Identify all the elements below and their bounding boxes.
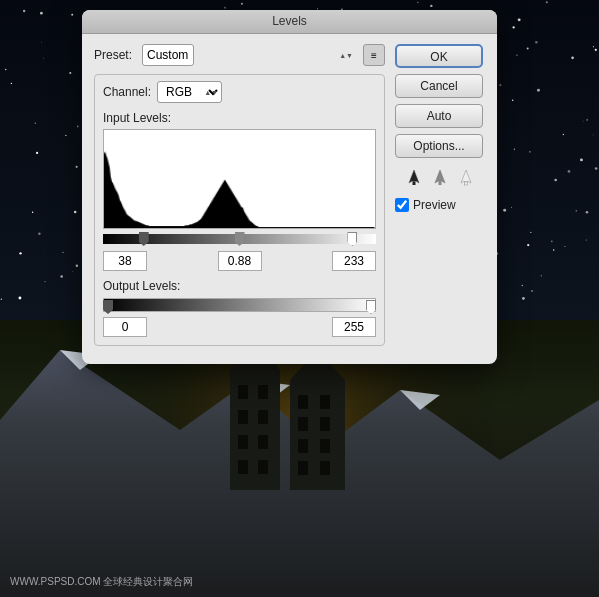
output-white-value[interactable] [332, 317, 376, 337]
output-values-row [103, 317, 376, 337]
channel-row: Channel: RGB Red Green Blue [103, 81, 376, 103]
dialog-title: Levels [272, 14, 307, 28]
auto-button[interactable]: Auto [395, 104, 483, 128]
input-levels-label: Input Levels: [103, 111, 376, 125]
watermark: WWW.PSPSD.COM 全球经典设计聚合网 [10, 575, 193, 589]
channel-select[interactable]: RGB Red Green Blue [157, 81, 222, 103]
input-black-value[interactable] [103, 251, 147, 271]
input-slider-track [103, 231, 376, 247]
preset-row: Preset: Custom ≡ [94, 44, 385, 66]
options-button[interactable]: Options... [395, 134, 483, 158]
histogram [103, 129, 376, 229]
eyedroppers-row [395, 166, 485, 188]
svg-rect-1 [439, 182, 442, 185]
eyedropper-black[interactable] [403, 166, 425, 188]
preset-select[interactable]: Custom [142, 44, 194, 66]
output-slider-container [103, 297, 376, 313]
dialog-left-panel: Preset: Custom ≡ Channel: RGB Red Gre [94, 44, 385, 352]
input-values-row [103, 251, 376, 271]
preview-row: Preview [395, 198, 485, 212]
preset-menu-button[interactable]: ≡ [363, 44, 385, 66]
channel-select-wrapper: RGB Red Green Blue [157, 81, 222, 103]
preset-menu-icon: ≡ [371, 50, 377, 61]
levels-dialog: Levels Preset: Custom ≡ Channel: [82, 10, 497, 364]
svg-rect-2 [465, 182, 468, 185]
output-gradient-track [103, 298, 376, 312]
dialog-titlebar: Levels [82, 10, 497, 34]
eyedropper-white[interactable] [455, 166, 477, 188]
channel-label: Channel: [103, 85, 151, 99]
output-black-value[interactable] [103, 317, 147, 337]
preset-label: Preset: [94, 48, 136, 62]
preview-checkbox[interactable] [395, 198, 409, 212]
output-levels-label: Output Levels: [103, 279, 376, 293]
input-white-value[interactable] [332, 251, 376, 271]
ok-button[interactable]: OK [395, 44, 483, 68]
preset-select-wrapper: Custom [142, 44, 357, 66]
svg-rect-0 [413, 182, 416, 185]
eyedropper-gray[interactable] [429, 166, 451, 188]
cancel-button[interactable]: Cancel [395, 74, 483, 98]
dialog-right-panel: OK Cancel Auto Options... Preview [395, 44, 485, 352]
input-mid-value[interactable] [218, 251, 262, 271]
channel-section: Channel: RGB Red Green Blue Input Levels… [94, 74, 385, 346]
preview-label: Preview [413, 198, 456, 212]
